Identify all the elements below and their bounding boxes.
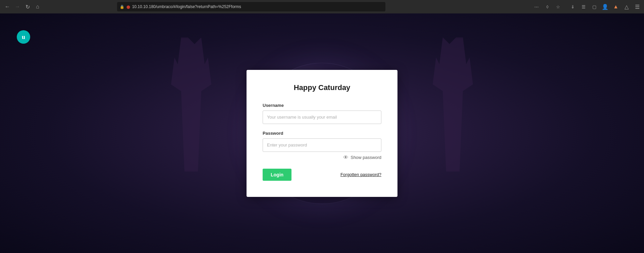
browser-chrome: ← → ↻ ⌂ 🔒 ⬤ 10.10.10.180/umbraco/#/login… xyxy=(0,0,644,13)
username-input[interactable] xyxy=(263,111,381,124)
umbraco-favicon: ⬤ xyxy=(126,5,130,9)
reload-button[interactable]: ↻ xyxy=(23,2,32,11)
menu-button[interactable]: ☰ xyxy=(633,3,641,11)
login-card: Happy Caturday Username Password 👁 Show … xyxy=(247,70,397,197)
container-icon[interactable]: △ xyxy=(623,3,631,11)
url-text: 10.10.10.180/umbraco/#/login/false?retur… xyxy=(132,4,241,9)
username-form-group: Username xyxy=(263,103,381,124)
login-button[interactable]: Login xyxy=(263,169,291,181)
sidebar-icon[interactable]: ☰ xyxy=(580,3,588,11)
extensions-menu-button[interactable]: ⋯ xyxy=(533,3,541,11)
browser-right-toolbar: ⋯ ◊ ☆ ⇓ ☰ ▢ 👤 ▲ △ ☰ xyxy=(533,3,641,11)
pocket-icon[interactable]: ◊ xyxy=(543,3,551,11)
show-password-row: 👁 Show password xyxy=(263,155,381,161)
username-label: Username xyxy=(263,103,381,108)
back-button[interactable]: ← xyxy=(3,2,12,11)
downloads-icon[interactable]: ⇓ xyxy=(569,3,577,11)
form-actions: Login Forgotten password? xyxy=(263,169,381,181)
eye-icon: 👁 xyxy=(343,155,348,161)
home-button[interactable]: ⌂ xyxy=(33,2,42,11)
umbraco-logo[interactable]: u xyxy=(17,30,30,44)
hand-left xyxy=(161,37,228,172)
profile-icon[interactable]: 👤 xyxy=(601,3,609,11)
main-content: u Happy Caturday Username Password 👁 Sho… xyxy=(0,13,644,253)
password-input[interactable] xyxy=(263,138,381,152)
logo-letter: u xyxy=(22,34,25,41)
lock-icon: 🔒 xyxy=(120,5,124,9)
bookmark-icon[interactable]: ☆ xyxy=(554,3,562,11)
show-password-toggle[interactable]: Show password xyxy=(351,155,381,160)
forgotten-password-link[interactable]: Forgotten password? xyxy=(340,172,381,177)
hand-right xyxy=(416,37,483,172)
password-form-group: Password 👁 Show password xyxy=(263,131,381,161)
password-label: Password xyxy=(263,131,381,136)
tabs-icon[interactable]: ▢ xyxy=(590,3,598,11)
login-title: Happy Caturday xyxy=(263,83,381,92)
forward-button[interactable]: → xyxy=(13,2,22,11)
firefox-icon[interactable]: ▲ xyxy=(612,3,620,11)
address-bar[interactable]: 🔒 ⬤ 10.10.10.180/umbraco/#/login/false?r… xyxy=(117,2,385,11)
